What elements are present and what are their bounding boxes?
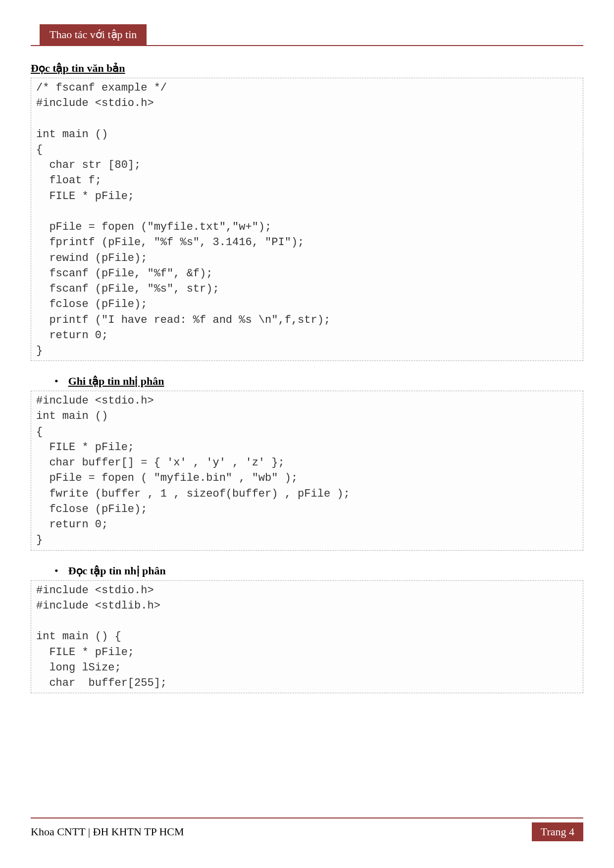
footer-page-number: Trang 4	[532, 822, 583, 841]
header-divider	[31, 45, 583, 46]
code-block-1: /* fscanf example */ #include <stdio.h> …	[31, 78, 583, 361]
bullet-row-write-binary: • Ghi tập tin nhị phân	[54, 375, 583, 388]
footer-left-text: Khoa CNTT | ĐH KHTN TP HCM	[31, 825, 184, 838]
section-title-write-binary: Ghi tập tin nhị phân	[68, 375, 164, 388]
code-block-3: #include <stdio.h> #include <stdlib.h> i…	[31, 580, 583, 694]
header-title: Thao tác với tập tin	[40, 24, 147, 45]
bullet-row-read-binary: • Đọc tập tin nhị phân	[54, 564, 583, 577]
footer-row: Khoa CNTT | ĐH KHTN TP HCM Trang 4	[31, 822, 583, 841]
bullet-icon: •	[54, 375, 58, 388]
section-title-read-text: Đọc tập tin văn bản	[31, 62, 583, 75]
footer: Khoa CNTT | ĐH KHTN TP HCM Trang 4	[31, 817, 583, 841]
header: Thao tác với tập tin	[31, 24, 583, 46]
section-title-read-binary: Đọc tập tin nhị phân	[68, 564, 166, 577]
bullet-icon: •	[54, 564, 58, 577]
content: Đọc tập tin văn bản /* fscanf example */…	[31, 62, 583, 693]
code-block-2: #include <stdio.h> int main () { FILE * …	[31, 391, 583, 550]
footer-divider	[31, 817, 583, 818]
